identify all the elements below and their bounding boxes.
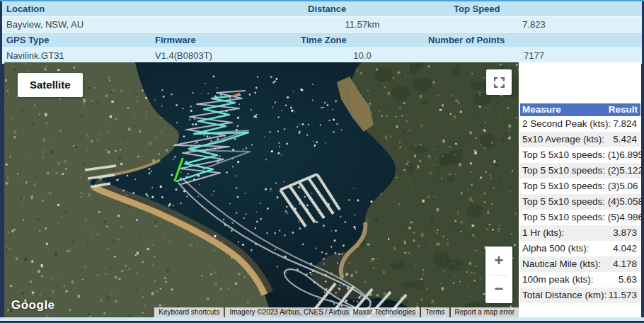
measure-row: 5x10 Average (kts):5.424 — [520, 132, 640, 147]
measure-row-label: Alpha 500 (kts): — [520, 241, 602, 256]
result-column-header: Result — [601, 103, 640, 116]
measure-row-label: Top 5 5x10 speeds: (4) — [520, 194, 619, 210]
measure-row: Top 5 5x10 speeds: (3)5.06 — [520, 178, 640, 194]
measure-row-label: 2 Second Peak (kts): — [520, 116, 611, 132]
measure-row-value: 3.873 — [602, 225, 640, 241]
gps-type-value: Navilink.GT31 — [6, 48, 64, 63]
measure-row-label: Top 5 5x10 speeds: (2) — [520, 163, 619, 178]
measure-row-value: 5.122 — [619, 163, 644, 178]
results-panel: Measure Result 2 Second Peak (kts):7.824… — [519, 62, 641, 317]
fullscreen-icon — [494, 77, 505, 88]
measure-row-label: Top 5 5x10 speeds: (1) — [520, 147, 619, 163]
measure-row-value: 11.573 — [606, 288, 640, 303]
top-speed-label: Top Speed — [454, 1, 500, 16]
number-of-points-value: 7177 — [426, 48, 642, 63]
zoom-control: + − — [485, 246, 512, 303]
measure-row-value: 5.06 — [619, 178, 641, 194]
gps-session-page: Location Distance Top Speed Bayview, NSW… — [0, 0, 644, 323]
measure-row-label: Total Distance (km): — [520, 288, 606, 303]
satellite-map-canvas[interactable]: Map Satellite + − Google Keyboard shortc… — [4, 62, 519, 317]
measure-row-label: 1 Hr (kts): — [520, 225, 602, 241]
measure-row: Total Distance (km):11.573 — [520, 288, 640, 303]
number-of-points-label: Number of Points — [428, 33, 505, 47]
measure-row: 100m peak (kts):5.63 — [520, 272, 640, 288]
measure-row: Top 5 5x10 speeds: (4)5.058 — [520, 194, 640, 210]
measure-column-header: Measure — [520, 103, 601, 116]
info-label-row-2: GPS Type Firmware Time Zone Number of Po… — [2, 33, 642, 48]
distance-value: 11.57km — [299, 17, 426, 32]
measure-row-value: 4.178 — [602, 256, 640, 272]
measure-row: Alpha 500 (kts):4.042 — [520, 241, 640, 256]
report-map-error-link[interactable]: Report a map error — [451, 307, 519, 317]
map-type-control: Map Satellite — [18, 73, 83, 97]
measure-row-value: 4.042 — [602, 241, 640, 256]
imagery-credit[interactable]: Imagery ©2023 Airbus, CNES / Airbus, Max… — [225, 307, 420, 317]
measure-row: Top 5 5x10 speeds: (2)5.122 — [520, 163, 640, 178]
time-zone-value: 10.0 — [299, 48, 426, 63]
map-attribution-bar: Keyboard shortcutsImagery ©2023 Airbus, … — [154, 307, 519, 317]
measure-row: Top 5 5x10 speeds: (1)6.895 — [520, 147, 640, 163]
measure-row-value: 4.986 — [619, 210, 644, 225]
measure-row-value: 6.895 — [619, 147, 644, 163]
measure-row-label: Nautical Mile (kts): — [520, 256, 602, 272]
firmware-label: Firmware — [155, 33, 196, 47]
info-value-row-1: Bayview, NSW, AU 11.57km 7.823 — [2, 17, 642, 33]
measure-row-value: 5.424 — [604, 132, 640, 147]
measure-row-label: 100m peak (kts): — [520, 272, 602, 288]
measure-row-value: 5.63 — [602, 272, 640, 288]
measure-row: Nautical Mile (kts):4.178 — [520, 256, 640, 272]
measure-row: 1 Hr (kts):3.873 — [520, 225, 640, 241]
measure-row: Top 5 5x10 speeds: (5)4.986 — [520, 210, 640, 225]
map-type-satellite-button[interactable]: Satellite — [18, 73, 83, 97]
keyboard-shortcuts-link[interactable]: Keyboard shortcuts — [154, 307, 224, 317]
zoom-in-button[interactable]: + — [485, 246, 512, 275]
measure-table-body: 2 Second Peak (kts):7.8245x10 Average (k… — [520, 116, 640, 303]
measure-row-label: Top 5 5x10 speeds: (5) — [520, 210, 619, 225]
measure-row-label: 5x10 Average (kts): — [520, 132, 604, 147]
map-scene — [4, 62, 519, 317]
time-zone-label: Time Zone — [301, 33, 347, 47]
measure-row-label: Top 5 5x10 speeds: (3) — [520, 178, 619, 194]
measure-row-value: 7.824 — [611, 116, 640, 132]
measure-row-value: 5.058 — [619, 194, 644, 210]
location-value: Bayview, NSW, AU — [6, 17, 84, 32]
info-label-row-1: Location Distance Top Speed — [2, 1, 642, 17]
terms-link[interactable]: Terms — [421, 307, 449, 317]
fullscreen-button[interactable] — [486, 69, 512, 95]
location-label: Location — [6, 1, 45, 16]
measure-table: Measure Result 2 Second Peak (kts):7.824… — [520, 103, 640, 303]
google-logo: Google — [11, 298, 55, 312]
session-info-header: Location Distance Top Speed Bayview, NSW… — [2, 1, 642, 61]
firmware-value: V1.4(B0803T) — [155, 48, 212, 63]
measure-row: 2 Second Peak (kts):7.824 — [520, 116, 640, 132]
bottom-accent-strip — [0, 317, 644, 321]
info-value-row-2: Navilink.GT31 V1.4(B0803T) 10.0 7177 — [2, 48, 642, 64]
zoom-out-button[interactable]: − — [485, 276, 512, 304]
gps-type-label: GPS Type — [6, 33, 49, 47]
top-speed-value: 7.823 — [426, 17, 642, 32]
measure-table-header: Measure Result — [520, 103, 640, 116]
distance-label: Distance — [308, 1, 346, 16]
